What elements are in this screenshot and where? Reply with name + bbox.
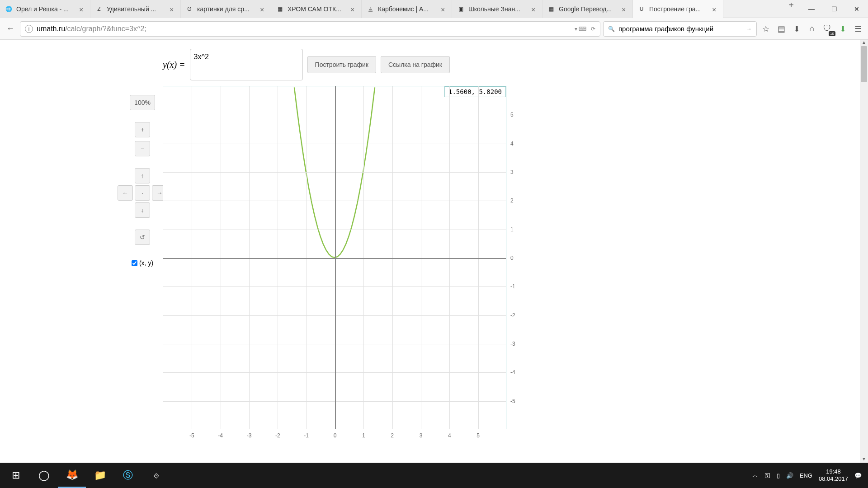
tab-title: картинки для ср... bbox=[197, 5, 257, 13]
download-arrow-icon[interactable]: ⬇ bbox=[836, 23, 849, 35]
tab-close-icon[interactable]: × bbox=[170, 6, 176, 12]
browser-tab[interactable]: ◬ Карбонемис | А... × bbox=[362, 0, 452, 18]
battery-icon[interactable]: ▯ bbox=[777, 472, 780, 479]
graph-area: 100% + − ↑ ← · → ↓ ↺ (x, y) bbox=[163, 86, 868, 429]
plot-button[interactable]: Построить график bbox=[307, 56, 376, 73]
browser-toolbar: ← i umath.ru/calc/graph/?&func=3x^2; ▾ ⌨… bbox=[0, 18, 868, 40]
y-tick-label: 2 bbox=[510, 197, 514, 204]
scroll-up-icon[interactable]: ▲ bbox=[860, 40, 868, 46]
search-go-icon[interactable]: → bbox=[746, 26, 752, 32]
clock[interactable]: 19:48 08.04.2017 bbox=[819, 468, 848, 482]
tray-chevron-icon[interactable]: ︿ bbox=[752, 471, 758, 479]
xy-checkbox[interactable] bbox=[132, 260, 137, 266]
tab-title: Орел и Решка - ... bbox=[16, 5, 76, 13]
url-bar[interactable]: i umath.ru/calc/graph/?&func=3x^2; ▾ ⌨ ⟳ bbox=[20, 21, 600, 37]
volume-icon[interactable]: 🔊 bbox=[786, 472, 793, 479]
tab-title: ХРОМ САМ ОТК... bbox=[288, 5, 348, 13]
tab-title: Карбонемис | А... bbox=[378, 5, 438, 13]
search-bar[interactable]: 🔍 → bbox=[603, 21, 757, 37]
extension-shield-icon[interactable]: 🛡 bbox=[821, 23, 834, 35]
pan-left-button[interactable]: ← bbox=[118, 185, 133, 201]
zoom-in-button[interactable]: + bbox=[135, 122, 150, 137]
minimize-button[interactable]: — bbox=[800, 0, 823, 18]
tab-title: Google Перевод... bbox=[559, 5, 619, 13]
browser-tab[interactable]: ▣ Школьные Знан... × bbox=[452, 0, 542, 18]
xy-readout-toggle[interactable]: (x, y) bbox=[132, 259, 153, 267]
tab-close-icon[interactable]: × bbox=[260, 6, 266, 12]
scrollbar-thumb[interactable] bbox=[861, 46, 867, 82]
menu-icon[interactable]: ☰ bbox=[852, 23, 864, 35]
taskbar-steam-icon[interactable]: ⟐ bbox=[142, 463, 170, 488]
x-tick-label: -1 bbox=[304, 432, 309, 439]
reload-icon[interactable]: ⟳ bbox=[591, 26, 595, 32]
tab-favicon: Z bbox=[95, 5, 103, 13]
search-input[interactable] bbox=[618, 25, 746, 33]
scroll-down-icon[interactable]: ▼ bbox=[860, 456, 868, 463]
pan-down-button[interactable]: ↓ bbox=[135, 202, 150, 218]
reader-mode-icon[interactable]: ▾ ⌨ bbox=[575, 26, 586, 32]
home-icon[interactable]: ⌂ bbox=[806, 23, 818, 35]
y-tick-label: -3 bbox=[510, 341, 515, 347]
taskbar-chrome-icon[interactable]: ◯ bbox=[30, 463, 58, 488]
site-info-icon[interactable]: i bbox=[25, 25, 33, 33]
browser-tab[interactable]: ▦ ХРОМ САМ ОТК... × bbox=[271, 0, 362, 18]
tab-close-icon[interactable]: × bbox=[712, 6, 718, 12]
x-tick-label: -4 bbox=[218, 432, 223, 439]
taskbar-skype-icon[interactable]: Ⓢ bbox=[114, 463, 142, 488]
link-button[interactable]: Ссылка на график bbox=[381, 56, 450, 73]
new-tab-button[interactable]: + bbox=[782, 0, 800, 10]
back-button[interactable]: ← bbox=[4, 22, 17, 36]
y-tick-label: -4 bbox=[510, 369, 515, 375]
formula-label: y(x) = bbox=[163, 60, 185, 70]
x-tick-label: -5 bbox=[189, 432, 194, 439]
maximize-button[interactable]: ☐ bbox=[823, 0, 845, 18]
y-tick-label: 3 bbox=[510, 169, 514, 175]
y-tick-label: -2 bbox=[510, 312, 515, 319]
tab-favicon: ▣ bbox=[457, 5, 465, 13]
tab-favicon: G bbox=[185, 5, 193, 13]
x-tick-label: 4 bbox=[448, 432, 451, 439]
tab-close-icon[interactable]: × bbox=[622, 6, 628, 12]
downloads-icon[interactable]: ⬇ bbox=[790, 23, 803, 35]
y-tick-label: 5 bbox=[510, 112, 514, 118]
tab-favicon: 🌐 bbox=[5, 5, 13, 13]
windows-taskbar: ⊞ ◯ 🦊 📁 Ⓢ ⟐ ︿ ⚿ ▯ 🔊 ENG 19:48 08.04.2017… bbox=[0, 463, 868, 488]
browser-tab[interactable]: U Построение гра... × bbox=[633, 0, 723, 18]
browser-tab[interactable]: ▦ Google Перевод... × bbox=[542, 0, 633, 18]
taskbar-firefox-icon[interactable]: 🦊 bbox=[58, 463, 86, 488]
tab-strip: 🌐 Орел и Решка - ... ×Z Удивительный ...… bbox=[0, 0, 782, 18]
taskbar-explorer-icon[interactable]: 📁 bbox=[86, 463, 114, 488]
page-content: y(x) = Построить график Ссылка на график… bbox=[0, 40, 868, 463]
tab-title: Удивительный ... bbox=[107, 5, 167, 13]
vertical-scrollbar[interactable]: ▲ ▼ bbox=[860, 40, 868, 463]
browser-tab[interactable]: G картинки для ср... × bbox=[181, 0, 271, 18]
library-icon[interactable]: ▤ bbox=[775, 23, 788, 35]
wifi-icon[interactable]: ⚿ bbox=[764, 472, 770, 479]
x-tick-label: -2 bbox=[275, 432, 280, 439]
zoom-level[interactable]: 100% bbox=[130, 95, 155, 110]
browser-tab[interactable]: 🌐 Орел и Решка - ... × bbox=[0, 0, 90, 18]
plot-canvas[interactable]: 1.5600, 5.8200 -5-4-3-2-1012345-5-4-3-2-… bbox=[163, 86, 506, 429]
notifications-icon[interactable]: 💬 bbox=[854, 472, 862, 479]
tab-favicon: U bbox=[637, 5, 646, 13]
tab-close-icon[interactable]: × bbox=[79, 6, 85, 12]
language-indicator[interactable]: ENG bbox=[800, 472, 812, 479]
tab-favicon: ▦ bbox=[547, 5, 555, 13]
tab-close-icon[interactable]: × bbox=[441, 6, 447, 12]
tab-close-icon[interactable]: × bbox=[531, 6, 538, 12]
start-button[interactable]: ⊞ bbox=[2, 463, 30, 488]
tab-favicon: ◬ bbox=[366, 5, 374, 13]
y-tick-label: 4 bbox=[510, 141, 514, 147]
y-tick-label: -5 bbox=[510, 398, 515, 404]
url-text: umath.ru/calc/graph/?&func=3x^2; bbox=[37, 25, 575, 33]
bookmark-star-icon[interactable]: ☆ bbox=[760, 23, 772, 35]
zoom-out-button[interactable]: − bbox=[135, 141, 150, 156]
reset-view-button[interactable]: ↺ bbox=[135, 230, 150, 245]
tab-close-icon[interactable]: × bbox=[350, 6, 357, 12]
tab-title: Построение гра... bbox=[649, 5, 709, 13]
browser-tab[interactable]: Z Удивительный ... × bbox=[90, 0, 181, 18]
pan-up-button[interactable]: ↑ bbox=[135, 168, 150, 183]
function-input[interactable] bbox=[190, 49, 303, 80]
pan-center-button[interactable]: · bbox=[135, 185, 150, 201]
close-window-button[interactable]: ✕ bbox=[845, 0, 868, 18]
